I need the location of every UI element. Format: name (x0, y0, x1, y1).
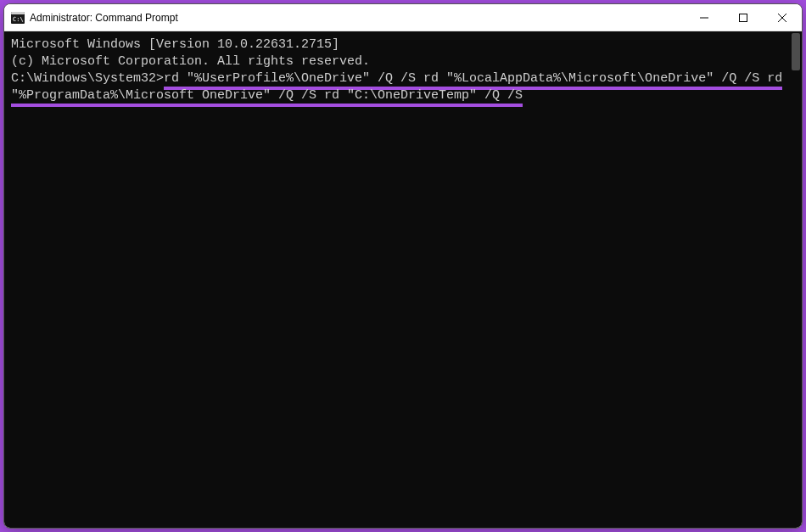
terminal-area[interactable]: Microsoft Windows [Version 10.0.22631.27… (4, 31, 802, 528)
scrollbar-thumb[interactable] (792, 33, 800, 70)
version-line: Microsoft Windows [Version 10.0.22631.27… (11, 36, 795, 53)
minimize-button[interactable] (685, 4, 724, 31)
close-button[interactable] (763, 4, 802, 31)
command-line: C:\Windows\System32>rd "%UserProfile%\On… (11, 71, 790, 107)
window-title: Administrator: Command Prompt (30, 12, 685, 24)
command-part-2: "%ProgramData%\Microsoft OneDrive" /Q /S… (11, 88, 523, 107)
titlebar[interactable]: C:\ Administrator: Command Prompt (4, 4, 802, 31)
window-controls (685, 4, 802, 31)
scrollbar[interactable] (790, 31, 802, 528)
command-prompt-window: C:\ Administrator: Command Prompt Micros… (3, 3, 803, 529)
prompt-text: C:\Windows\System32> (11, 71, 164, 86)
cmd-icon: C:\ (11, 11, 25, 25)
svg-rect-1 (11, 12, 25, 14)
maximize-button[interactable] (724, 4, 763, 31)
copyright-line: (c) Microsoft Corporation. All rights re… (11, 53, 795, 70)
svg-rect-4 (740, 14, 747, 21)
svg-text:C:\: C:\ (13, 16, 24, 23)
command-part-1: rd "%UserProfile%\OneDrive" /Q /S rd "%L… (164, 71, 782, 90)
